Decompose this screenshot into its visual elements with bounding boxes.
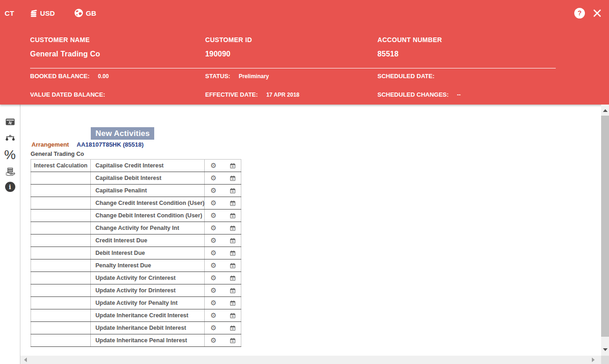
header-divider xyxy=(30,68,556,68)
close-button[interactable] xyxy=(593,9,602,18)
calendar-icon[interactable]: 31 xyxy=(230,338,236,344)
svg-text:31: 31 xyxy=(232,228,234,230)
arrangement-customer: General Trading Co xyxy=(31,151,84,157)
sidebar-item-balances[interactable] xyxy=(5,135,16,142)
gear-icon[interactable]: ⚙ xyxy=(210,212,216,219)
calendar-icon[interactable]: 31 xyxy=(230,188,236,194)
scroll-left-arrow[interactable] xyxy=(24,358,27,362)
svg-text:31: 31 xyxy=(232,240,234,242)
gear-icon[interactable]: ⚙ xyxy=(210,237,216,244)
status-label: STATUS: xyxy=(205,73,230,80)
currency-label: USD xyxy=(40,9,55,17)
svg-text:31: 31 xyxy=(232,278,234,280)
activity-cell: Update Inheritance Credit Interest xyxy=(91,309,205,322)
actions-cell: ⚙ 31 xyxy=(205,197,241,210)
vertical-scrollbar[interactable] xyxy=(601,105,609,356)
coins-icon xyxy=(29,9,38,17)
percent-icon: % xyxy=(4,148,16,162)
table-row: Change Debit Interest Condition (User) ⚙… xyxy=(31,210,241,222)
scroll-right-arrow[interactable] xyxy=(592,358,595,362)
arrangement-label: Arrangement xyxy=(31,141,69,148)
arrangement-line: Arrangement AA18107T85HK (85518) xyxy=(31,141,144,148)
calendar-icon[interactable]: 31 xyxy=(230,263,236,269)
table-row: Credit Interest Due ⚙ 31 xyxy=(31,234,241,247)
group-cell xyxy=(31,297,91,309)
gear-icon[interactable]: ⚙ xyxy=(210,325,216,332)
activity-cell: Credit Interest Due xyxy=(91,234,205,247)
activity-cell: Update Activity for Penalty Int xyxy=(91,297,205,309)
activity-cell: Change Debit Interest Condition (User) xyxy=(91,210,205,222)
customer-id-value: 190090 xyxy=(205,50,377,58)
activity-cell: Update Inheritance Debit Interest xyxy=(91,322,205,334)
vertical-scrollbar-thumb[interactable] xyxy=(601,116,609,337)
sidebar-item-payments[interactable] xyxy=(5,167,15,176)
calendar-icon[interactable]: 31 xyxy=(230,200,236,206)
gear-icon[interactable]: ⚙ xyxy=(210,225,216,232)
calendar-icon[interactable]: 31 xyxy=(230,225,236,231)
globe-icon xyxy=(74,8,83,18)
actions-cell: ⚙ 31 xyxy=(205,334,241,347)
calendar-icon[interactable]: 31 xyxy=(230,288,236,294)
group-cell xyxy=(31,322,91,334)
svg-text:31: 31 xyxy=(232,327,234,330)
gear-icon[interactable]: ⚙ xyxy=(210,287,216,294)
sidebar-item-info[interactable]: i xyxy=(5,182,15,192)
scroll-up-arrow[interactable] xyxy=(603,109,608,112)
gear-icon[interactable]: ⚙ xyxy=(210,162,216,169)
activity-cell: Update Inheritance Penal Interest xyxy=(91,334,205,347)
gear-icon[interactable]: ⚙ xyxy=(210,187,216,194)
gear-icon[interactable]: ⚙ xyxy=(210,250,216,257)
group-cell xyxy=(31,222,91,234)
cash-in-hand-icon xyxy=(5,167,15,176)
svg-text:31: 31 xyxy=(232,302,234,305)
svg-text:31: 31 xyxy=(232,215,234,217)
group-cell: Interest Calculation xyxy=(31,160,91,172)
actions-cell: ⚙ 31 xyxy=(205,284,241,297)
scheduled-changes-value: -- xyxy=(457,92,461,98)
calendar-icon[interactable]: 31 xyxy=(230,250,236,256)
group-cell xyxy=(31,185,91,197)
actions-cell: ⚙ 31 xyxy=(205,185,241,197)
group-cell xyxy=(31,197,91,210)
calendar-icon[interactable]: 31 xyxy=(230,275,236,281)
group-cell xyxy=(31,259,91,272)
transactions-icon xyxy=(6,118,15,125)
horizontal-scrollbar[interactable] xyxy=(20,356,601,364)
calendar-icon[interactable]: 31 xyxy=(230,300,236,306)
scroll-down-arrow[interactable] xyxy=(603,348,608,351)
value-dated-balance: VALUE DATED BALANCE: xyxy=(30,91,205,98)
calendar-icon[interactable]: 31 xyxy=(230,325,236,331)
gear-icon[interactable]: ⚙ xyxy=(210,175,216,182)
calendar-icon[interactable]: 31 xyxy=(230,313,236,319)
actions-cell: ⚙ 31 xyxy=(205,322,241,334)
arrangement-overview-window: CT USD xyxy=(0,0,609,364)
customer-name-block: CUSTOMER NAME General Trading Co xyxy=(30,36,205,58)
country-selector[interactable]: GB xyxy=(74,8,96,18)
arrangement-reference-link[interactable]: AA18107T85HK (85518) xyxy=(77,141,144,148)
calendar-icon[interactable]: 31 xyxy=(230,175,236,181)
tool-sidebar: % i xyxy=(0,105,20,364)
svg-text:31: 31 xyxy=(232,190,234,192)
calendar-icon[interactable]: 31 xyxy=(230,213,236,219)
activity-cell: Capitalise Debit Interest xyxy=(91,172,205,185)
sidebar-item-interest[interactable]: % xyxy=(4,148,16,162)
gear-icon[interactable]: ⚙ xyxy=(210,200,216,207)
activity-cell: Change Credit Interest Condition (User) xyxy=(91,197,205,210)
scrollbar-corner xyxy=(601,356,609,364)
calendar-icon[interactable]: 31 xyxy=(230,163,236,169)
calendar-icon[interactable]: 31 xyxy=(230,238,236,244)
group-cell xyxy=(31,172,91,185)
gear-icon[interactable]: ⚙ xyxy=(210,337,216,344)
gear-icon[interactable]: ⚙ xyxy=(210,262,216,269)
account-number-value: 85518 xyxy=(377,50,584,58)
gear-icon[interactable]: ⚙ xyxy=(210,300,216,307)
gear-icon[interactable]: ⚙ xyxy=(210,275,216,282)
scheduled-date: SCHEDULED DATE: xyxy=(377,73,584,80)
sidebar-item-transactions[interactable] xyxy=(6,118,15,125)
customer-summary: CUSTOMER NAME General Trading Co CUSTOME… xyxy=(30,36,584,58)
help-button[interactable]: ? xyxy=(574,8,585,19)
effective-date-label: EFFECTIVE DATE: xyxy=(205,91,258,98)
currency-selector[interactable]: USD xyxy=(29,9,55,17)
gear-icon[interactable]: ⚙ xyxy=(210,312,216,319)
account-number-label: ACCOUNT NUMBER xyxy=(377,36,584,43)
